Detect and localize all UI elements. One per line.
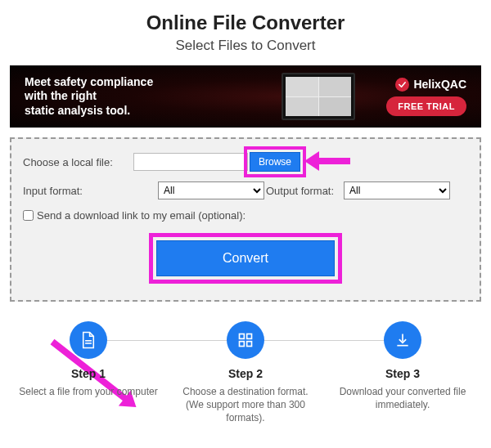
local-file-input[interactable] xyxy=(133,153,248,171)
email-link-checkbox[interactable] xyxy=(23,210,34,221)
step-3-desc: Download your converted file immediately… xyxy=(331,385,475,411)
annotation-arrow-browse xyxy=(304,154,350,168)
svg-rect-2 xyxy=(240,334,245,339)
ad-banner[interactable]: Meet safety compliance with the right st… xyxy=(10,65,481,128)
ad-product-image xyxy=(282,73,355,120)
choose-file-label: Choose a local file: xyxy=(23,156,133,168)
file-icon xyxy=(70,321,107,359)
svg-rect-1 xyxy=(85,343,92,344)
step-2-title: Step 2 xyxy=(173,367,318,380)
grid-icon xyxy=(227,321,264,359)
page-subtitle: Select Files to Convert xyxy=(10,38,481,54)
download-icon xyxy=(384,321,421,359)
ad-headline: Meet safety compliance with the right st… xyxy=(25,75,153,119)
converter-panel: Choose a local file: Browse Input format… xyxy=(10,137,481,302)
page-title: Online File Converter xyxy=(10,11,481,34)
svg-rect-5 xyxy=(247,342,252,347)
convert-button[interactable]: Convert xyxy=(156,240,335,276)
helix-logo-icon xyxy=(395,78,409,92)
ad-brand-name: HelixQAC xyxy=(413,78,466,91)
steps-row: Step 1 Select a file from your computer … xyxy=(10,321,481,425)
step-1-title: Step 1 xyxy=(16,367,160,380)
step-3-title: Step 3 xyxy=(331,367,475,380)
svg-rect-3 xyxy=(247,334,252,339)
step-1-desc: Select a file from your computer xyxy=(16,385,160,398)
output-format-label: Output format: xyxy=(266,185,334,197)
step-2: Step 2 Choose a destination format. (We … xyxy=(167,321,324,425)
email-link-label: Send a download link to my email (option… xyxy=(37,209,246,222)
svg-rect-4 xyxy=(240,342,245,347)
ad-brand-logo: HelixQAC xyxy=(395,78,466,92)
input-format-select[interactable]: All xyxy=(158,181,264,199)
input-format-label: Input format: xyxy=(23,185,133,197)
ad-cta-button[interactable]: FREE TRIAL xyxy=(386,96,466,116)
output-format-select[interactable]: All xyxy=(344,181,450,199)
svg-rect-0 xyxy=(85,340,92,342)
step-3: Step 3 Download your converted file imme… xyxy=(324,321,481,425)
step-1: Step 1 Select a file from your computer xyxy=(10,321,167,425)
step-2-desc: Choose a destination format. (We support… xyxy=(173,385,318,425)
highlight-box-convert: Convert xyxy=(149,233,342,284)
browse-button[interactable]: Browse xyxy=(250,152,300,172)
